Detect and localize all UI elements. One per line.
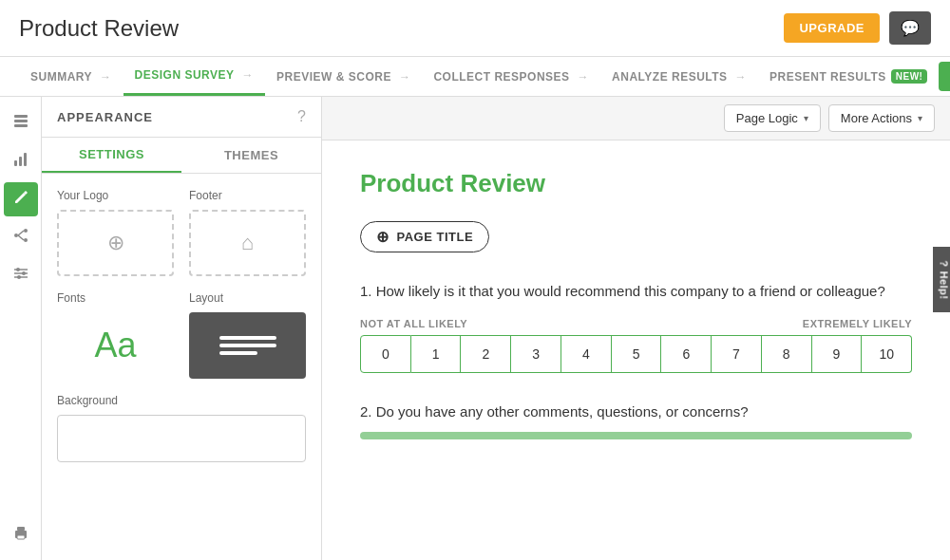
nav-item-summary[interactable]: SUMMARY → (19, 57, 124, 96)
chat-button[interactable]: 💬 (889, 11, 931, 45)
svg-rect-0 (14, 115, 28, 118)
svg-point-15 (22, 271, 26, 275)
survey-title: Product Review (360, 169, 912, 198)
svg-rect-4 (19, 157, 22, 166)
nav-item-analyze[interactable]: ANALYZE RESULTS → (600, 57, 758, 96)
scale-cell-3[interactable]: 3 (511, 335, 561, 373)
nav-bar: SUMMARY → DESIGN SURVEY → PREVIEW & SCOR… (0, 57, 950, 97)
scale-row: 012345678910 (360, 335, 912, 373)
question-1-block: 1. How likely is it that you would recom… (360, 281, 912, 373)
nav-label-present: PRESENT RESULTS (770, 70, 886, 84)
pencil-icon (12, 189, 29, 211)
content-area: Page Logic ▾ More Actions ▾ Product Revi… (322, 97, 950, 560)
scale-cell-10[interactable]: 10 (862, 335, 912, 373)
nav-arrow-5: → (735, 70, 748, 84)
feedback-label: Help! (938, 271, 949, 300)
help-icon[interactable]: ? (297, 108, 306, 125)
help-icon-small: ? (938, 260, 949, 267)
content-toolbar: Page Logic ▾ More Actions ▾ (322, 97, 950, 140)
svg-point-7 (24, 229, 28, 233)
scale-cell-7[interactable]: 7 (712, 335, 762, 373)
nav-arrow-3: → (399, 70, 411, 84)
svg-line-10 (18, 235, 24, 240)
footer-label: Footer (189, 189, 306, 202)
nav-label-analyze: ANALYZE RESULTS (612, 70, 728, 84)
footer-upload-box[interactable]: ⌂ (189, 210, 306, 276)
next-button[interactable]: NEXT → (939, 62, 950, 91)
layout-line-1 (219, 336, 276, 340)
fonts-sample: Aa (94, 326, 136, 365)
svg-rect-2 (14, 124, 28, 127)
nav-label-preview: PREVIEW & SCORE (276, 70, 391, 84)
nav-label-collect: COLLECT RESPONSES (433, 70, 569, 84)
print-icon (12, 525, 29, 547)
sliders-icon (12, 265, 29, 287)
header-actions: UPGRADE 💬 (784, 11, 931, 45)
scale-cell-9[interactable]: 9 (812, 335, 863, 373)
logo-upload-box[interactable]: ⊕ (57, 210, 174, 276)
logo-setting: Your Logo ⊕ (57, 189, 174, 276)
sidebar-print-button[interactable] (4, 518, 38, 552)
layout-lines-icon (219, 336, 276, 355)
plus-circle-icon: ⊕ (376, 228, 390, 246)
sidebar-sliders-button[interactable] (4, 258, 38, 292)
page-logic-label: Page Logic (736, 111, 798, 125)
fonts-setting: Fonts Aa (57, 291, 174, 379)
app-title: Product Review (19, 15, 179, 42)
panel-header: APPEARANCE ? (42, 97, 321, 138)
scale-cell-2[interactable]: 2 (461, 335, 511, 373)
text-input-bar (360, 432, 912, 439)
feedback-tab[interactable]: ? Help! (932, 247, 950, 312)
scale-cell-0[interactable]: 0 (360, 335, 411, 373)
background-setting: Background (57, 394, 306, 462)
more-actions-button[interactable]: More Actions ▾ (828, 104, 935, 132)
scale-cell-1[interactable]: 1 (411, 335, 462, 373)
main-layout: APPEARANCE ? SETTINGS THEMES Your Logo ⊕… (0, 97, 950, 560)
scale-cell-5[interactable]: 5 (612, 335, 662, 373)
tab-themes[interactable]: THEMES (181, 138, 321, 173)
logo-label: Your Logo (57, 189, 174, 202)
upgrade-button[interactable]: UPGRADE (784, 13, 880, 43)
nav-item-preview[interactable]: PREVIEW & SCORE → (265, 57, 422, 96)
settings-content: Your Logo ⊕ Footer ⌂ Fonts Aa (42, 174, 321, 477)
svg-point-16 (17, 275, 21, 279)
header: Product Review UPGRADE 💬 (0, 0, 950, 57)
background-picker-box[interactable] (57, 415, 306, 462)
layout-label: Layout (189, 291, 306, 305)
new-badge: NEW! (891, 69, 928, 84)
fonts-display-box[interactable]: Aa (57, 312, 174, 379)
scale-cell-4[interactable]: 4 (561, 335, 612, 373)
layout-display-box[interactable] (189, 312, 306, 379)
scale-cell-8[interactable]: 8 (762, 335, 812, 373)
scale-cell-6[interactable]: 6 (661, 335, 712, 373)
nav-item-present[interactable]: PRESENT RESULTS NEW! (758, 57, 939, 96)
more-actions-label: More Actions (841, 111, 912, 125)
nav-arrow: → (100, 70, 112, 84)
svg-rect-19 (17, 535, 25, 539)
branch-icon (12, 227, 29, 249)
more-actions-chevron: ▾ (918, 113, 922, 123)
svg-point-8 (24, 238, 28, 242)
chat-icon: 💬 (901, 19, 920, 37)
sidebar-pencil-button[interactable] (4, 182, 38, 216)
page-title-button[interactable]: ⊕ PAGE TITLE (360, 221, 489, 252)
icon-sidebar (0, 97, 42, 560)
layout-setting: Layout (189, 291, 306, 379)
settings-tabs: SETTINGS THEMES (42, 138, 321, 174)
page-logic-button[interactable]: Page Logic ▾ (724, 104, 821, 132)
survey-content: Product Review ⊕ PAGE TITLE 1. How likel… (322, 140, 950, 560)
tab-settings[interactable]: SETTINGS (42, 138, 181, 173)
svg-line-9 (18, 231, 24, 235)
sidebar-layers-button[interactable] (4, 106, 38, 140)
nav-item-design-survey[interactable]: DESIGN SURVEY → (124, 57, 265, 96)
chart-icon (12, 151, 29, 173)
nav-arrow-4: → (578, 70, 590, 84)
question-2-block: 2. Do you have any other comments, quest… (360, 401, 912, 440)
nav-arrow-2: → (242, 68, 255, 82)
page-logic-chevron: ▾ (804, 113, 808, 123)
sidebar-chart-button[interactable] (4, 144, 38, 178)
sidebar-branch-button[interactable] (4, 220, 38, 254)
nav-item-collect[interactable]: COLLECT RESPONSES → (422, 57, 600, 96)
svg-rect-18 (17, 527, 25, 531)
panel-title: APPEARANCE (57, 110, 153, 124)
